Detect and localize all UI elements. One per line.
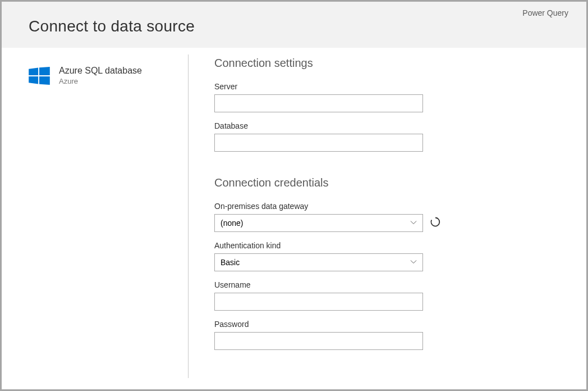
gateway-dropdown[interactable]: (none) — [214, 214, 423, 232]
header: Connect to data source Power Query — [2, 2, 586, 48]
password-input[interactable] — [214, 332, 423, 350]
database-input[interactable] — [214, 134, 423, 152]
windows-icon — [29, 67, 50, 85]
server-label: Server — [214, 82, 564, 91]
auth-field: Authentication kind Basic — [214, 241, 564, 271]
svg-marker-1 — [39, 67, 50, 75]
password-label: Password — [214, 320, 564, 329]
chevron-down-icon — [410, 219, 417, 228]
password-field: Password — [214, 320, 564, 350]
refresh-icon[interactable] — [430, 216, 441, 230]
connection-settings-title: Connection settings — [214, 57, 564, 70]
source-name: Azure SQL database — [59, 66, 142, 76]
connection-credentials-section: Connection credentials On-premises data … — [214, 176, 564, 350]
gateway-value: (none) — [220, 219, 243, 228]
server-input[interactable] — [214, 94, 423, 112]
database-field: Database — [214, 121, 564, 152]
gateway-field: On-premises data gateway (none) — [214, 202, 564, 232]
username-input[interactable] — [214, 293, 423, 311]
auth-dropdown[interactable]: Basic — [214, 253, 423, 271]
auth-value: Basic — [220, 258, 240, 267]
connection-settings-section: Connection settings Server Database — [214, 57, 564, 152]
database-label: Database — [214, 121, 564, 130]
content: Azure SQL database Azure Connection sett… — [2, 48, 586, 385]
app-label: Power Query — [522, 8, 568, 17]
svg-marker-3 — [39, 76, 50, 85]
connection-credentials-title: Connection credentials — [214, 176, 564, 189]
username-label: Username — [214, 280, 564, 289]
username-field: Username — [214, 280, 564, 311]
svg-marker-2 — [29, 76, 38, 84]
main: Connection settings Server Database Conn… — [189, 48, 586, 385]
page-title: Connect to data source — [29, 17, 559, 35]
chevron-down-icon — [410, 258, 417, 267]
svg-marker-0 — [29, 68, 38, 76]
source-item[interactable]: Azure SQL database Azure — [29, 66, 174, 85]
sidebar: Azure SQL database Azure — [2, 54, 189, 378]
source-category: Azure — [59, 77, 142, 85]
server-field: Server — [214, 82, 564, 112]
gateway-label: On-premises data gateway — [214, 202, 564, 211]
source-text: Azure SQL database Azure — [59, 66, 142, 85]
auth-label: Authentication kind — [214, 241, 564, 250]
